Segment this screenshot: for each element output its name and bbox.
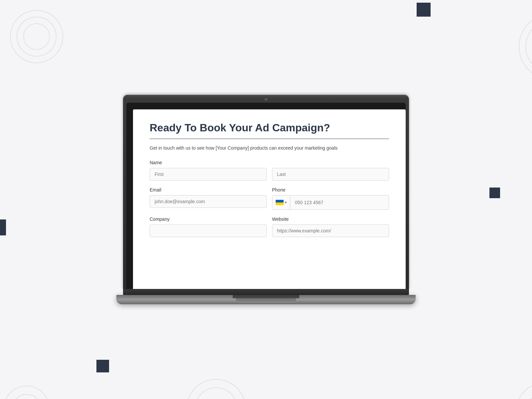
- laptop-camera: [265, 98, 267, 101]
- email-input[interactable]: [150, 195, 267, 208]
- ukraine-flag-icon: [276, 200, 284, 205]
- laptop-hinge: [233, 295, 299, 298]
- deco-square-4: [96, 360, 109, 372]
- last-name-input[interactable]: [272, 168, 389, 181]
- flag-bottom: [276, 202, 284, 205]
- laptop-lid: Ready To Book Your Ad Campaign? Get in t…: [123, 95, 409, 289]
- website-label: Website: [272, 216, 389, 222]
- screen-content: Ready To Book Your Ad Campaign? Get in t…: [133, 109, 406, 289]
- first-name-input[interactable]: [150, 168, 267, 181]
- deco-square-1: [417, 3, 431, 17]
- form-title: Ready To Book Your Ad Campaign?: [150, 121, 389, 134]
- email-label: Email: [150, 187, 267, 193]
- form-subtitle: Get in touch with us to see how [Your Co…: [150, 144, 389, 152]
- laptop-chin: [123, 289, 409, 295]
- website-input[interactable]: [272, 224, 389, 237]
- name-label: Name: [150, 160, 389, 165]
- form-divider: [150, 139, 389, 139]
- flag-top: [276, 200, 284, 202]
- screen-bezel: Ready To Book Your Ad Campaign? Get in t…: [126, 103, 406, 289]
- laptop-base: [116, 295, 416, 304]
- company-label: Company: [150, 216, 267, 222]
- phone-label: Phone: [272, 187, 389, 193]
- deco-square-3: [0, 219, 6, 235]
- phone-number-input[interactable]: [290, 197, 389, 208]
- chevron-down-icon: ▾: [285, 200, 287, 204]
- deco-square-2: [489, 188, 500, 198]
- laptop: Ready To Book Your Ad Campaign? Get in t…: [121, 95, 411, 304]
- laptop-touchpad: [236, 298, 296, 303]
- company-input[interactable]: [150, 224, 267, 237]
- flag-selector[interactable]: ▾: [272, 196, 290, 209]
- phone-input-wrapper: ▾: [272, 195, 389, 210]
